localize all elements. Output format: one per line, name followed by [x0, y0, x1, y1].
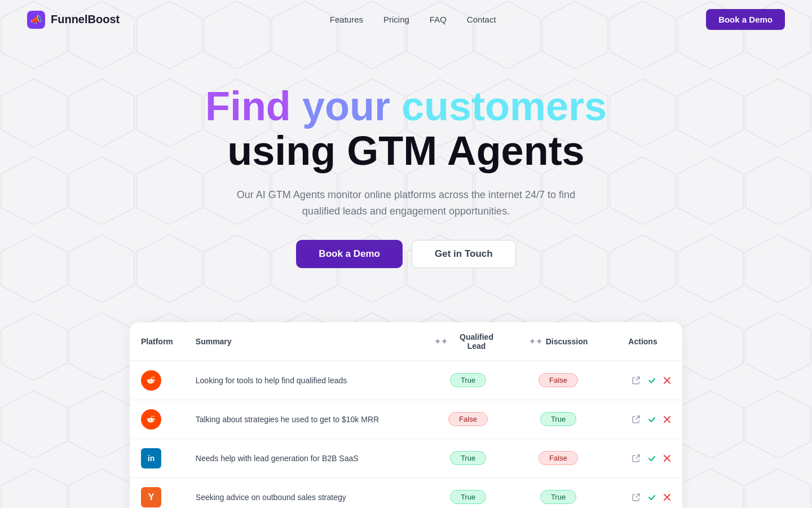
col-header-summary: Summary: [184, 322, 423, 361]
table-row: Looking for tools to help find qualified…: [130, 361, 682, 400]
summary-cell: Talking about strategies he used to get …: [184, 400, 423, 439]
hero-buttons: Book a Demo Get in Touch: [27, 240, 785, 268]
approve-button[interactable]: [647, 454, 656, 463]
col-header-discussion: ✦✦ Discussion: [513, 322, 603, 361]
nav-faq[interactable]: FAQ: [430, 15, 447, 24]
table-row: in Needs help with lead generation for B…: [130, 439, 682, 478]
discussion-cell: False: [513, 361, 603, 400]
col-header-qualified-lead: ✦✦ Qualified Lead: [423, 322, 513, 361]
actions-cell: [603, 400, 682, 439]
actions-cell: [603, 439, 682, 478]
hero-title: Find your customers using GTM Agents: [27, 84, 785, 173]
discussion-cell: True: [513, 400, 603, 439]
summary-cell: Looking for tools to help find qualified…: [184, 361, 423, 400]
platform-cell: Y: [130, 478, 184, 508]
col-header-platform: Platform: [130, 322, 184, 361]
sparkle-icon-ql: ✦✦: [434, 337, 448, 346]
discussion-cell: True: [513, 478, 603, 508]
reddit-icon: [141, 370, 161, 391]
summary-cell: Seeking advice on outbound sales strateg…: [184, 478, 423, 508]
discussion-badge: True: [540, 412, 576, 426]
qualified-lead-badge: True: [450, 373, 486, 387]
discussion-cell: False: [513, 439, 603, 478]
approve-button[interactable]: [647, 376, 656, 385]
table-header-row: Platform Summary ✦✦ Qualified Lead ✦✦ Di…: [130, 322, 682, 361]
nav-contact[interactable]: Contact: [467, 15, 496, 24]
reddit-icon: [141, 409, 161, 430]
linkedin-icon: in: [141, 448, 161, 468]
reject-button[interactable]: [663, 376, 671, 384]
sparkle-icon-disc: ✦✦: [529, 337, 542, 346]
discussion-badge: True: [540, 490, 576, 504]
summary-cell: Needs help with lead generation for B2B …: [184, 439, 423, 478]
book-demo-nav-button[interactable]: Book a Demo: [706, 9, 785, 30]
qualified-lead-badge: True: [450, 451, 486, 465]
nav-features[interactable]: Features: [330, 15, 363, 24]
leads-table: Platform Summary ✦✦ Qualified Lead ✦✦ Di…: [130, 322, 682, 508]
table-row: Y Seeking advice on outbound sales strat…: [130, 478, 682, 508]
hero-section: Find your customers using GTM Agents Our…: [0, 39, 812, 295]
reject-button[interactable]: [663, 493, 671, 501]
actions-cell: [603, 478, 682, 508]
nav-pricing[interactable]: Pricing: [383, 15, 409, 24]
reject-button[interactable]: [663, 454, 671, 462]
logo-text: FunnelBoost: [51, 13, 120, 26]
logo[interactable]: 📣 FunnelBoost: [27, 11, 120, 29]
qualified-lead-cell: False: [423, 400, 513, 439]
nav-links: Features Pricing FAQ Contact: [330, 15, 496, 25]
qualified-lead-cell: True: [423, 478, 513, 508]
table-row: Talking about strategies he used to get …: [130, 400, 682, 439]
qualified-lead-badge: True: [450, 490, 486, 504]
navbar: 📣 FunnelBoost Features Pricing FAQ Conta…: [0, 0, 812, 39]
table-body: Looking for tools to help find qualified…: [130, 361, 682, 508]
qualified-lead-cell: True: [423, 361, 513, 400]
platform-cell: in: [130, 439, 184, 478]
book-demo-hero-button[interactable]: Book a Demo: [296, 240, 403, 268]
hn-icon: Y: [141, 487, 161, 507]
discussion-badge: False: [539, 373, 578, 387]
discussion-badge: False: [539, 451, 578, 465]
external-link-button[interactable]: [632, 415, 641, 424]
actions-cell: [603, 361, 682, 400]
logo-icon: 📣: [27, 11, 45, 29]
platform-cell: [130, 361, 184, 400]
external-link-button[interactable]: [632, 493, 641, 502]
external-link-button[interactable]: [632, 454, 641, 463]
reject-button[interactable]: [663, 415, 671, 423]
leads-table-container: Platform Summary ✦✦ Qualified Lead ✦✦ Di…: [130, 322, 682, 508]
approve-button[interactable]: [647, 415, 656, 424]
qualified-lead-cell: True: [423, 439, 513, 478]
qualified-lead-badge: False: [448, 412, 488, 426]
platform-cell: [130, 400, 184, 439]
approve-button[interactable]: [647, 493, 656, 502]
get-in-touch-button[interactable]: Get in Touch: [412, 240, 516, 268]
external-link-button[interactable]: [632, 376, 641, 385]
col-header-actions: Actions: [603, 322, 682, 361]
hero-subtitle: Our AI GTM Agents monitor online platfor…: [226, 187, 586, 220]
